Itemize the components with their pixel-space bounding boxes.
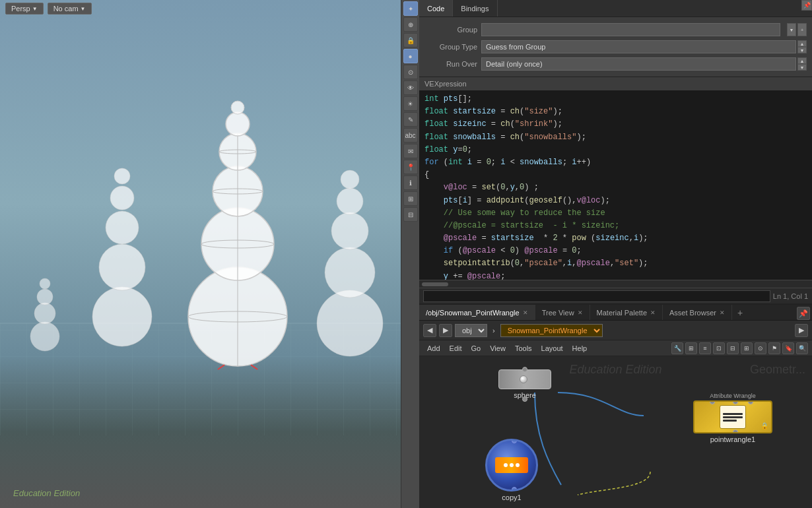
group-type-down[interactable]: ▼ xyxy=(797,47,807,53)
magnify-tool[interactable]: ⊕ xyxy=(403,17,418,32)
node-tab-asset[interactable]: Asset Browser ✕ xyxy=(663,305,732,320)
pin-tool[interactable]: 📍 xyxy=(403,160,418,174)
node-tab-snowman-label: /obj/Snowman_PointWrangle xyxy=(426,309,520,317)
tab-code[interactable]: Code xyxy=(419,0,453,16)
run-over-up[interactable]: ▲ xyxy=(797,57,807,64)
copy-circle xyxy=(485,439,538,492)
copy-port-1 xyxy=(497,439,502,443)
menu-icon-flag[interactable]: ⚑ xyxy=(768,342,780,354)
code-line-2: float startsize = ch("size"); xyxy=(424,106,807,118)
code-line-3: float sizeinc = ch("shrink"); xyxy=(424,118,807,131)
tab-bindings[interactable]: Bindings xyxy=(453,0,497,16)
menu-icon-wrench[interactable]: 🔧 xyxy=(671,342,683,354)
snap-tool[interactable]: ⊙ xyxy=(403,65,418,79)
menu-help[interactable]: Help xyxy=(568,344,592,353)
viewport-3d[interactable]: Persp No cam xyxy=(0,0,419,508)
node-editor-pin[interactable]: 📌 xyxy=(797,307,810,320)
obj-dropdown[interactable]: obj xyxy=(455,324,487,337)
code-editor[interactable]: int pts[]; float startsize = ch("size");… xyxy=(419,90,812,280)
node-tab-close-1[interactable]: ✕ xyxy=(523,309,528,316)
node-tab-add[interactable]: + xyxy=(732,305,748,320)
menu-view[interactable]: View xyxy=(486,344,510,353)
node-path-toolbar: ◀ ▶ obj › Snowman_PointWrangle ▶ xyxy=(419,321,812,340)
group-row: Group ▼ + xyxy=(419,21,812,38)
menu-icon-list[interactable]: ≡ xyxy=(699,342,711,354)
extra-tool[interactable]: ⊟ xyxy=(403,207,418,222)
menu-edit[interactable]: Edit xyxy=(446,344,466,353)
svg-point-21 xyxy=(110,186,134,210)
select-tool[interactable]: ✦ xyxy=(403,1,418,16)
node-tab-close-4[interactable]: ✕ xyxy=(720,309,725,316)
run-over-dropdown[interactable]: Detail (only once) ▲ ▼ xyxy=(481,57,807,71)
code-line-1: int pts[]; xyxy=(424,93,807,106)
menu-add[interactable]: Add xyxy=(423,344,444,353)
copy-inner xyxy=(495,457,528,473)
menu-icon-search[interactable]: 🔍 xyxy=(796,342,808,354)
node-tab-tree[interactable]: Tree View ✕ xyxy=(535,305,590,320)
group-type-up[interactable]: ▲ xyxy=(797,40,807,47)
menu-icon-bookmark[interactable]: 🔖 xyxy=(782,342,794,354)
code-line-7: { xyxy=(424,169,807,181)
group-menu-btn[interactable]: ▼ xyxy=(787,23,796,36)
node-dropdown[interactable]: Snowman_PointWrangle xyxy=(500,324,603,337)
menu-icon-grid2[interactable]: ⊟ xyxy=(727,342,739,354)
code-line-11: // Use some way to reduce the size xyxy=(424,207,807,220)
menu-icon-hierarchy[interactable]: ⊞ xyxy=(685,342,697,354)
node-tab-close-2[interactable]: ✕ xyxy=(578,309,583,316)
svg-point-29 xyxy=(34,303,55,324)
grid-tool[interactable]: ⊞ xyxy=(403,191,418,206)
node-tab-material[interactable]: Material Palette ✕ xyxy=(590,305,663,320)
group-type-row: Group Type Guess from Group ▲ ▼ xyxy=(419,38,812,55)
menu-icon-frame[interactable]: ⊞ xyxy=(741,342,753,354)
pw-port-top-3 xyxy=(748,400,753,404)
node-copy1[interactable]: copy1 xyxy=(485,439,538,501)
group-expand-btn[interactable]: + xyxy=(797,23,807,36)
mail-tool[interactable]: ✉ xyxy=(403,144,418,158)
menu-icon-snap[interactable]: ⊙ xyxy=(755,342,766,354)
copy-dot-3 xyxy=(516,463,520,467)
node-tab-snowman[interactable]: /obj/Snowman_PointWrangle ✕ xyxy=(419,305,535,320)
cam-button[interactable]: No cam xyxy=(48,3,92,15)
editor-scrollbar[interactable] xyxy=(419,280,812,288)
abc-tool[interactable]: abc xyxy=(403,128,418,143)
menu-icon-grid1[interactable]: ⊡ xyxy=(713,342,725,354)
group-input[interactable] xyxy=(481,23,780,36)
sphere-icon xyxy=(520,375,527,383)
node-canvas[interactable]: Education Edition Geometr... xyxy=(419,356,812,508)
node-tab-close-3[interactable]: ✕ xyxy=(650,309,656,316)
group-type-dropdown[interactable]: Guess from Group ▲ ▼ xyxy=(481,40,807,53)
node-nav-right[interactable]: ▶ xyxy=(795,324,808,337)
svg-point-26 xyxy=(337,188,363,214)
properties-panel: Group ▼ + Group Type Guess from Group ▲ … xyxy=(419,17,812,77)
run-over-down[interactable]: ▼ xyxy=(797,64,807,71)
persp-button[interactable]: Persp xyxy=(5,3,44,15)
paint-tool[interactable]: ✎ xyxy=(403,112,418,127)
light-tool[interactable]: ☀ xyxy=(403,96,418,111)
pw-port-top-1 xyxy=(710,400,715,404)
svg-point-18 xyxy=(92,287,152,346)
menu-layout[interactable]: Layout xyxy=(537,344,567,353)
code-line-8: v@loc = set(0,y,0) ; xyxy=(424,181,807,194)
pw-line-3 xyxy=(723,420,737,422)
pw-port-top-2 xyxy=(733,400,738,404)
menu-go[interactable]: Go xyxy=(467,344,485,353)
lock-tool[interactable]: 🔒 xyxy=(403,33,418,48)
panel-pin-btn[interactable]: 📌 xyxy=(801,0,812,11)
menu-tools[interactable]: Tools xyxy=(511,344,536,353)
ghost-tool[interactable]: 👁 xyxy=(403,80,418,95)
node-tabs-bar: /obj/Snowman_PointWrangle ✕ Tree View ✕ … xyxy=(419,305,812,321)
run-over-label: Run Over xyxy=(424,60,477,68)
svg-point-14 xyxy=(226,112,250,136)
node-pointwrangle[interactable]: Attribute Wrangle 🔒 pointw xyxy=(693,393,772,443)
active-tool[interactable]: ● xyxy=(403,49,418,63)
code-line-9: pts[i] = addpoint(geoself(),v@loc); xyxy=(424,195,807,207)
node-sphere[interactable]: sphere xyxy=(498,369,551,399)
copy-port-3 xyxy=(522,439,527,443)
node-editor: /obj/Snowman_PointWrangle ✕ Tree View ✕ … xyxy=(419,303,812,508)
info-tool[interactable]: ℹ xyxy=(403,175,418,190)
copy-dot-2 xyxy=(510,463,514,467)
editor-search-input[interactable] xyxy=(423,290,770,302)
lock-icon: 🔒 xyxy=(761,422,768,429)
nav-forward[interactable]: ▶ xyxy=(439,324,452,337)
nav-back[interactable]: ◀ xyxy=(423,324,436,337)
